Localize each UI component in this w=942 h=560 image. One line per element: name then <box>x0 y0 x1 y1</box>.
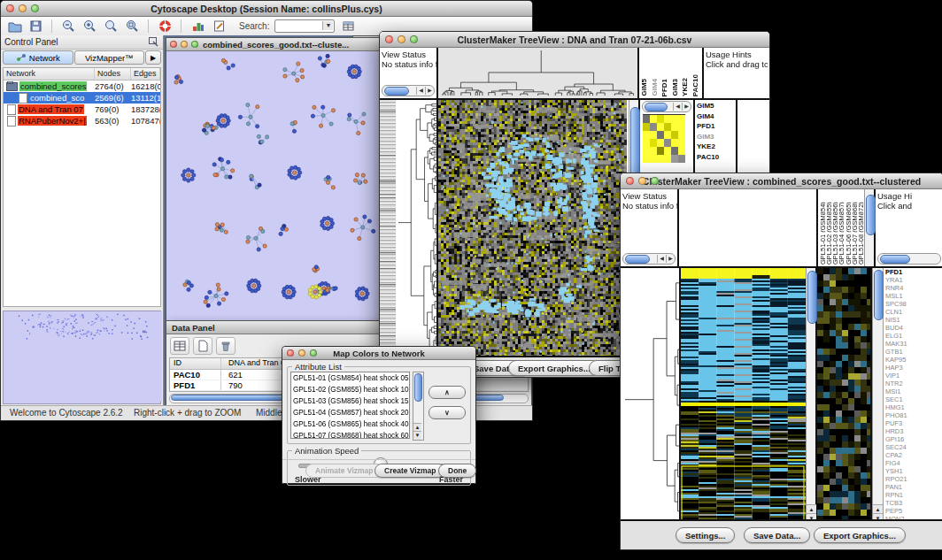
column-labels-vscrollbar[interactable] <box>864 189 876 266</box>
status-hscrollbar[interactable]: ◀▶ <box>382 85 435 96</box>
minimize-button[interactable] <box>298 349 305 357</box>
network-view-titlebar[interactable]: combined_scores_good.txt--cluste... <box>166 38 385 51</box>
help-ring-icon[interactable] <box>157 19 173 35</box>
main-titlebar[interactable]: Cytoscape Desktop (Session Name: collins… <box>1 1 532 17</box>
gene-label: YRA1 <box>885 276 941 284</box>
attribute-listbox[interactable]: GPL51-01 (GSM854) heat shock 05 minGPL51… <box>290 372 410 439</box>
network-canvas[interactable] <box>166 51 383 320</box>
status-hscrollbar[interactable]: ◀▶ <box>622 253 676 265</box>
close-button[interactable] <box>626 177 634 185</box>
gene-label: SEC24 <box>885 443 941 451</box>
minimize-button[interactable] <box>19 4 27 12</box>
close-button[interactable] <box>6 4 14 12</box>
attribute-browser-icon[interactable] <box>340 19 356 35</box>
minimize-button[interactable] <box>181 41 188 48</box>
float-panel-icon[interactable] <box>148 36 159 48</box>
column-dendrogram[interactable] <box>679 189 818 266</box>
search-input[interactable]: ▼ <box>274 19 335 33</box>
attribute-option[interactable]: GPL51-07 (GSM868) heat shock 60 min <box>293 430 409 439</box>
move-up-button[interactable]: ∧ <box>429 386 466 399</box>
dialog-buttonbar: Animate Vizmap Create Vizmap Done <box>282 459 475 479</box>
new-attribute-icon[interactable] <box>193 337 212 355</box>
column-labels-panel[interactable]: GPL51-01 (GSM854)GPL51-02 (GSM855)GPL51-… <box>818 189 864 266</box>
gene-label: ELG1 <box>885 332 941 340</box>
window-title: Cytoscape Desktop (Session Name: collins… <box>151 4 382 14</box>
close-button[interactable] <box>287 349 294 357</box>
export-graphics-button[interactable]: Export Graphics... <box>508 360 600 376</box>
network-tree-row[interactable]: combined_sco2569(6)13112(15) <box>4 92 160 104</box>
column-label: PFD1 <box>660 79 671 96</box>
treeview1-titlebar[interactable]: ClusterMaker TreeView : DNA and Tran 07-… <box>380 32 769 48</box>
attribute-option[interactable]: GPL51-02 (GSM855) heat shock 10 min <box>293 384 409 395</box>
attribute-option[interactable]: GPL51-06 (GSM865) heat shock 40 min <box>293 418 409 430</box>
column-label: GIM3 <box>671 79 682 96</box>
attribute-option[interactable]: GPL51-03 (GSM856) heat shock 15 min <box>293 395 409 407</box>
close-button[interactable] <box>170 41 177 48</box>
zoom-window-button[interactable] <box>651 177 659 185</box>
zoom-window-button[interactable] <box>310 349 317 357</box>
zoom-in-icon[interactable] <box>81 19 97 35</box>
gene-label: FIG4 <box>885 459 941 467</box>
hints-hscrollbar[interactable] <box>877 253 941 265</box>
network-table-header[interactable]: Network Nodes Edges <box>4 68 160 81</box>
edges-count: 183728(0) <box>131 104 160 114</box>
gene-label: PFD1 <box>697 121 734 132</box>
zoom-fit-icon[interactable] <box>124 19 140 35</box>
zoom-view-panel[interactable] <box>817 268 872 523</box>
save-data-button[interactable]: Save Data... <box>744 527 810 543</box>
minimize-button[interactable] <box>638 177 646 185</box>
annotation-icon[interactable] <box>211 19 227 35</box>
gene-label: HAP3 <box>885 364 941 372</box>
heatmap-vscrollbar[interactable]: ▲▼ <box>806 268 817 523</box>
save-session-icon[interactable] <box>27 19 43 35</box>
nodes-count: 563(0) <box>95 116 131 126</box>
zoom-window-button[interactable] <box>410 35 418 43</box>
attribute-list-vscrollbar[interactable]: ▲▼ <box>413 372 424 441</box>
more-tabs-button[interactable]: ▶ <box>145 50 161 65</box>
attribute-option[interactable]: GPL51-01 (GSM854) heat shock 05 min <box>293 372 409 384</box>
zoom-window-button[interactable] <box>191 41 198 48</box>
column-labels-panel[interactable]: GIM5GIM4PFD1GIM3YKE2PAC10 <box>639 48 704 98</box>
close-button[interactable] <box>385 35 393 43</box>
column-label: GPL51-04 (GSM857) <box>838 202 844 265</box>
delete-attribute-icon[interactable] <box>216 337 236 355</box>
table-icon[interactable] <box>170 337 189 355</box>
tab-network[interactable]: Network <box>3 50 73 65</box>
animate-vizmap-button[interactable]: Animate Vizmap <box>305 464 383 478</box>
heatmap[interactable] <box>681 268 806 523</box>
column-dendrogram[interactable] <box>438 48 639 98</box>
zoom-window-button[interactable] <box>31 4 39 12</box>
dialog-titlebar[interactable]: Map Colors to Network <box>282 347 475 360</box>
attribute-option[interactable]: GPL51-04 (GSM857) heat shock 20 min <box>293 407 409 418</box>
vizmapper-icon[interactable] <box>189 19 205 35</box>
row-dendrogram[interactable] <box>380 100 438 359</box>
tab-vizmapper[interactable]: VizMapper™ <box>74 50 145 65</box>
control-panel: Control Panel Network VizMapper™ ▶ Netw <box>1 35 164 406</box>
gene-label: MAK31 <box>885 340 941 348</box>
heatmap[interactable] <box>438 100 629 359</box>
row-dendrogram[interactable] <box>621 268 681 523</box>
zoom-out-icon[interactable] <box>60 19 76 35</box>
move-down-button[interactable]: ∨ <box>429 406 466 419</box>
edges-count: 16218(0) <box>131 81 160 91</box>
create-vizmap-button[interactable]: Create Vizmap <box>374 464 445 478</box>
chevron-down-icon[interactable]: ▼ <box>322 21 333 30</box>
data-panel-title: Data Panel <box>172 323 215 333</box>
gene-label: RPN1 <box>885 491 941 499</box>
row-labels-panel[interactable]: PFD1YRA1RNR4MSL1SPC98CLN1NIS1BUD4ELG1MAK… <box>884 268 942 523</box>
zoom-actual-icon[interactable] <box>103 19 119 35</box>
done-button[interactable]: Done <box>438 464 476 478</box>
network-overview-thumbnail[interactable] <box>3 311 161 404</box>
treeview2-titlebar[interactable]: ClusterMaker TreeView : combined_scores_… <box>621 173 942 189</box>
minimize-button[interactable] <box>398 35 405 43</box>
network-tree-row[interactable]: RNAPuberNov2+|563(0)107847(0) <box>4 115 160 127</box>
export-graphics-button[interactable]: Export Graphics... <box>814 527 906 543</box>
network-tree-row[interactable]: DNA and Tran 07769(0)183728(0) <box>4 104 160 115</box>
network-tree-row[interactable]: combined_scores2764(0)16218(0) <box>4 81 160 92</box>
attribute-list-group: Attribute List GPL51-01 (GSM854) heat sh… <box>287 366 471 444</box>
zoom-hscrollbar[interactable]: ◀▶ <box>642 101 691 112</box>
open-file-icon[interactable] <box>6 19 22 35</box>
settings-button[interactable]: Settings... <box>676 527 735 543</box>
treeview1-title: ClusterMaker TreeView : DNA and Tran 07-… <box>458 35 692 45</box>
gene-list-vscrollbar[interactable]: ▲▼ <box>872 268 884 523</box>
